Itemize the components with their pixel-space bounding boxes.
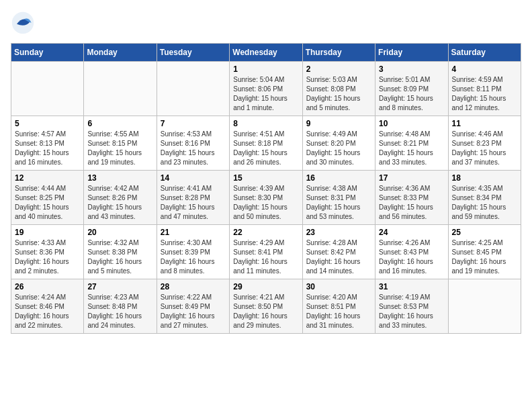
day-info: Sunrise: 4:51 AM Sunset: 8:18 PM Dayligh… — [233, 130, 298, 167]
calendar-cell: 30Sunrise: 4:20 AM Sunset: 8:51 PM Dayli… — [302, 279, 375, 334]
calendar-cell: 25Sunrise: 4:25 AM Sunset: 8:45 PM Dayli… — [448, 225, 521, 279]
calendar-cell: 11Sunrise: 4:46 AM Sunset: 8:23 PM Dayli… — [448, 116, 521, 171]
calendar-cell: 24Sunrise: 4:26 AM Sunset: 8:43 PM Dayli… — [375, 225, 448, 279]
day-number: 5 — [15, 119, 80, 128]
calendar-cell: 21Sunrise: 4:30 AM Sunset: 8:39 PM Dayli… — [157, 225, 229, 279]
calendar-week-3: 12Sunrise: 4:44 AM Sunset: 8:25 PM Dayli… — [11, 171, 521, 225]
calendar-cell: 3Sunrise: 5:01 AM Sunset: 8:09 PM Daylig… — [375, 62, 448, 116]
calendar-header-friday: Friday — [375, 44, 448, 62]
day-info: Sunrise: 4:59 AM Sunset: 8:11 PM Dayligh… — [452, 75, 517, 113]
day-number: 7 — [161, 119, 226, 128]
day-number: 14 — [161, 173, 226, 183]
calendar-week-5: 26Sunrise: 4:24 AM Sunset: 8:46 PM Dayli… — [11, 279, 521, 334]
day-number: 20 — [87, 228, 152, 237]
day-number: 15 — [233, 173, 298, 183]
calendar-cell: 18Sunrise: 4:35 AM Sunset: 8:34 PM Dayli… — [448, 171, 521, 225]
day-number: 26 — [15, 282, 80, 291]
calendar-cell: 7Sunrise: 4:53 AM Sunset: 8:16 PM Daylig… — [157, 116, 229, 171]
calendar-cell: 12Sunrise: 4:44 AM Sunset: 8:25 PM Dayli… — [11, 171, 84, 225]
calendar-cell: 29Sunrise: 4:21 AM Sunset: 8:50 PM Dayli… — [230, 279, 302, 334]
logo-icon — [11, 11, 35, 35]
day-info: Sunrise: 4:55 AM Sunset: 8:15 PM Dayligh… — [87, 130, 152, 167]
day-number: 13 — [87, 173, 152, 183]
calendar-cell — [11, 62, 84, 116]
day-number: 25 — [452, 228, 517, 237]
calendar-cell — [448, 279, 521, 334]
day-info: Sunrise: 4:30 AM Sunset: 8:39 PM Dayligh… — [161, 238, 226, 276]
day-info: Sunrise: 4:22 AM Sunset: 8:49 PM Dayligh… — [161, 293, 226, 330]
day-info: Sunrise: 4:38 AM Sunset: 8:31 PM Dayligh… — [306, 184, 371, 222]
calendar-header-row: SundayMondayTuesdayWednesdayThursdayFrid… — [11, 44, 521, 62]
day-number: 2 — [306, 64, 371, 74]
day-number: 1 — [233, 64, 298, 74]
calendar-header-monday: Monday — [84, 44, 157, 62]
day-info: Sunrise: 4:26 AM Sunset: 8:43 PM Dayligh… — [379, 238, 444, 276]
day-info: Sunrise: 4:23 AM Sunset: 8:48 PM Dayligh… — [87, 293, 152, 330]
calendar-cell: 9Sunrise: 4:49 AM Sunset: 8:20 PM Daylig… — [302, 116, 375, 171]
day-number: 30 — [306, 282, 371, 291]
calendar-header-sunday: Sunday — [11, 44, 84, 62]
calendar-cell: 22Sunrise: 4:29 AM Sunset: 8:41 PM Dayli… — [230, 225, 302, 279]
calendar-week-2: 5Sunrise: 4:57 AM Sunset: 8:13 PM Daylig… — [11, 116, 521, 171]
logo — [11, 11, 38, 35]
day-number: 24 — [379, 228, 444, 237]
day-info: Sunrise: 4:21 AM Sunset: 8:50 PM Dayligh… — [233, 293, 298, 330]
calendar-cell: 20Sunrise: 4:32 AM Sunset: 8:38 PM Dayli… — [84, 225, 157, 279]
calendar-cell: 31Sunrise: 4:19 AM Sunset: 8:53 PM Dayli… — [375, 279, 448, 334]
day-info: Sunrise: 4:35 AM Sunset: 8:34 PM Dayligh… — [452, 184, 517, 222]
day-info: Sunrise: 4:19 AM Sunset: 8:53 PM Dayligh… — [379, 293, 444, 330]
day-info: Sunrise: 4:28 AM Sunset: 8:42 PM Dayligh… — [306, 238, 371, 276]
calendar-table: SundayMondayTuesdayWednesdayThursdayFrid… — [11, 43, 521, 334]
day-number: 11 — [452, 119, 517, 128]
calendar-cell — [84, 62, 157, 116]
day-number: 8 — [233, 119, 298, 128]
calendar-cell: 2Sunrise: 5:03 AM Sunset: 8:08 PM Daylig… — [302, 62, 375, 116]
day-number: 18 — [452, 173, 517, 183]
day-number: 12 — [15, 173, 80, 183]
day-info: Sunrise: 4:53 AM Sunset: 8:16 PM Dayligh… — [161, 130, 226, 167]
day-info: Sunrise: 4:41 AM Sunset: 8:28 PM Dayligh… — [161, 184, 226, 222]
day-info: Sunrise: 4:20 AM Sunset: 8:51 PM Dayligh… — [306, 293, 371, 330]
day-number: 22 — [233, 228, 298, 237]
calendar-cell: 17Sunrise: 4:36 AM Sunset: 8:33 PM Dayli… — [375, 171, 448, 225]
day-info: Sunrise: 4:25 AM Sunset: 8:45 PM Dayligh… — [452, 238, 517, 276]
calendar-cell: 6Sunrise: 4:55 AM Sunset: 8:15 PM Daylig… — [84, 116, 157, 171]
calendar-cell: 10Sunrise: 4:48 AM Sunset: 8:21 PM Dayli… — [375, 116, 448, 171]
calendar-cell: 1Sunrise: 5:04 AM Sunset: 8:06 PM Daylig… — [230, 62, 302, 116]
day-number: 6 — [87, 119, 152, 128]
day-info: Sunrise: 4:24 AM Sunset: 8:46 PM Dayligh… — [15, 293, 80, 330]
day-info: Sunrise: 4:48 AM Sunset: 8:21 PM Dayligh… — [379, 130, 444, 167]
day-number: 29 — [233, 282, 298, 291]
calendar-cell: 19Sunrise: 4:33 AM Sunset: 8:36 PM Dayli… — [11, 225, 84, 279]
calendar-week-4: 19Sunrise: 4:33 AM Sunset: 8:36 PM Dayli… — [11, 225, 521, 279]
page-header — [11, 11, 521, 35]
calendar-header-saturday: Saturday — [448, 44, 521, 62]
calendar-cell: 8Sunrise: 4:51 AM Sunset: 8:18 PM Daylig… — [230, 116, 302, 171]
day-number: 19 — [15, 228, 80, 237]
day-info: Sunrise: 5:04 AM Sunset: 8:06 PM Dayligh… — [233, 75, 298, 113]
day-info: Sunrise: 4:49 AM Sunset: 8:20 PM Dayligh… — [306, 130, 371, 167]
day-number: 9 — [306, 119, 371, 128]
calendar-cell: 13Sunrise: 4:42 AM Sunset: 8:26 PM Dayli… — [84, 171, 157, 225]
calendar-cell: 5Sunrise: 4:57 AM Sunset: 8:13 PM Daylig… — [11, 116, 84, 171]
calendar-cell: 14Sunrise: 4:41 AM Sunset: 8:28 PM Dayli… — [157, 171, 229, 225]
day-number: 28 — [161, 282, 226, 291]
day-info: Sunrise: 4:29 AM Sunset: 8:41 PM Dayligh… — [233, 238, 298, 276]
day-number: 31 — [379, 282, 444, 291]
calendar-cell: 15Sunrise: 4:39 AM Sunset: 8:30 PM Dayli… — [230, 171, 302, 225]
day-number: 10 — [379, 119, 444, 128]
day-info: Sunrise: 4:57 AM Sunset: 8:13 PM Dayligh… — [15, 130, 80, 167]
calendar-header-wednesday: Wednesday — [230, 44, 302, 62]
calendar-cell: 4Sunrise: 4:59 AM Sunset: 8:11 PM Daylig… — [448, 62, 521, 116]
day-number: 17 — [379, 173, 444, 183]
calendar-header-tuesday: Tuesday — [157, 44, 229, 62]
calendar-cell — [157, 62, 229, 116]
day-info: Sunrise: 4:36 AM Sunset: 8:33 PM Dayligh… — [379, 184, 444, 222]
day-number: 3 — [379, 64, 444, 74]
day-info: Sunrise: 4:46 AM Sunset: 8:23 PM Dayligh… — [452, 130, 517, 167]
day-info: Sunrise: 4:44 AM Sunset: 8:25 PM Dayligh… — [15, 184, 80, 222]
calendar-cell: 23Sunrise: 4:28 AM Sunset: 8:42 PM Dayli… — [302, 225, 375, 279]
day-info: Sunrise: 4:32 AM Sunset: 8:38 PM Dayligh… — [87, 238, 152, 276]
day-info: Sunrise: 4:33 AM Sunset: 8:36 PM Dayligh… — [15, 238, 80, 276]
calendar-header-thursday: Thursday — [302, 44, 375, 62]
